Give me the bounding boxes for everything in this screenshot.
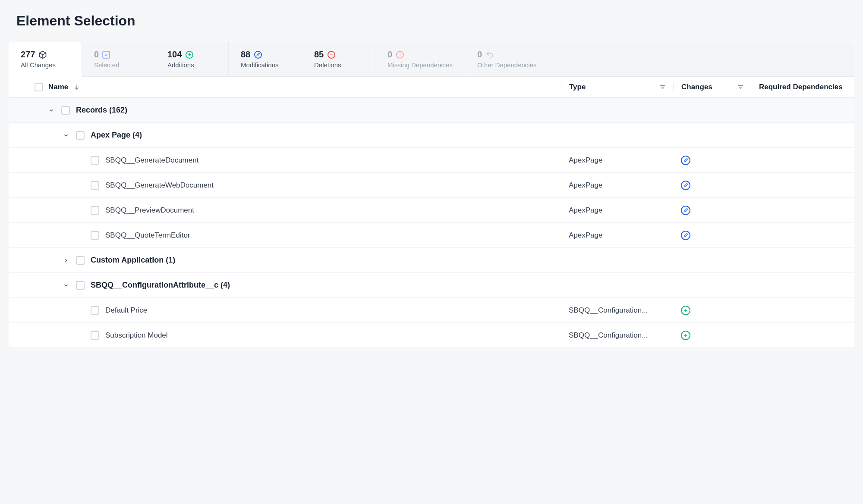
row-checkbox[interactable] xyxy=(91,231,99,240)
table-row[interactable]: Subscription ModelSBQQ__Configuration... xyxy=(9,323,854,348)
table-row[interactable]: SBQQ__PreviewDocumentApexPage xyxy=(9,198,854,223)
item-name: SBQQ__PreviewDocument xyxy=(105,206,194,215)
tab-count: 0 xyxy=(387,50,392,59)
column-dependencies[interactable]: Required Dependencies xyxy=(759,83,843,91)
column-changes[interactable]: Changes xyxy=(681,83,712,91)
column-name[interactable]: Name xyxy=(48,83,68,91)
cube-icon xyxy=(38,50,47,59)
tab-modifications[interactable]: 88 Modifications xyxy=(229,42,302,76)
table-row[interactable]: SBQQ__QuoteTermEditorApexPage xyxy=(9,223,854,248)
item-type: SBQQ__Configuration... xyxy=(561,331,673,340)
plus-circle-icon: + xyxy=(185,50,194,59)
row-checkbox[interactable] xyxy=(61,106,70,115)
row-checkbox[interactable] xyxy=(91,181,99,190)
chevron-right-icon[interactable] xyxy=(62,257,70,263)
group-row-records[interactable]: Records (162) xyxy=(9,98,854,123)
tab-label: Other Dependencies xyxy=(477,61,537,69)
group-label: SBQQ__ConfigurationAttribute__c (4) xyxy=(91,281,230,290)
column-headers: Name Type Changes Required Dependencies xyxy=(9,77,854,98)
row-checkbox[interactable] xyxy=(91,156,99,165)
chevron-down-icon[interactable] xyxy=(47,107,55,113)
addition-icon xyxy=(681,331,690,340)
item-type: ApexPage xyxy=(561,156,673,165)
sort-arrow-icon[interactable] xyxy=(73,84,80,91)
item-name: Subscription Model xyxy=(105,331,168,340)
group-label: Apex Page (4) xyxy=(91,131,142,140)
tab-label: Additions xyxy=(167,61,216,69)
row-checkbox[interactable] xyxy=(76,281,85,290)
tab-label: Selected xyxy=(94,61,143,69)
tab-other-dependencies[interactable]: 0 Other Dependencies xyxy=(465,42,549,76)
minus-circle-icon: − xyxy=(327,50,336,59)
item-type: ApexPage xyxy=(561,206,673,215)
tab-count: 0 xyxy=(94,50,99,59)
filter-icon[interactable] xyxy=(737,84,744,91)
table-row[interactable]: SBQQ__GenerateWebDocumentApexPage xyxy=(9,173,854,198)
tab-additions[interactable]: 104 + Additions xyxy=(155,42,229,76)
group-label: Records (162) xyxy=(76,106,127,115)
group-row-apex-page[interactable]: Apex Page (4) xyxy=(9,123,854,148)
row-checkbox[interactable] xyxy=(91,306,99,315)
modification-icon xyxy=(681,156,690,165)
tab-label: All Changes xyxy=(21,61,69,69)
item-name: SBQQ__GenerateWebDocument xyxy=(105,181,214,190)
table-row[interactable]: SBQQ__GenerateDocumentApexPage xyxy=(9,148,854,173)
tab-label: Missing Dependencies xyxy=(387,61,453,69)
tab-label: Modifications xyxy=(241,61,290,69)
row-checkbox[interactable] xyxy=(76,131,85,140)
row-checkbox[interactable] xyxy=(91,206,99,215)
tab-count: 85 xyxy=(314,50,324,59)
tab-selected[interactable]: 0 Selected xyxy=(82,42,155,76)
tab-missing-dependencies[interactable]: 0 ! Missing Dependencies xyxy=(375,42,465,76)
chevron-down-icon[interactable] xyxy=(62,132,70,138)
tab-count: 88 xyxy=(241,50,250,59)
modification-icon xyxy=(681,181,690,190)
tab-count: 0 xyxy=(477,50,482,59)
tab-count: 277 xyxy=(21,50,35,59)
filter-icon[interactable] xyxy=(659,84,666,91)
item-type: ApexPage xyxy=(561,181,673,190)
check-square-icon xyxy=(102,51,110,59)
edit-circle-icon xyxy=(254,50,262,59)
row-checkbox[interactable] xyxy=(91,331,99,340)
column-type[interactable]: Type xyxy=(569,83,586,91)
modification-icon xyxy=(681,231,690,240)
item-name: SBQQ__GenerateDocument xyxy=(105,156,198,165)
group-row-config-attribute[interactable]: SBQQ__ConfigurationAttribute__c (4) xyxy=(9,273,854,298)
item-name: SBQQ__QuoteTermEditor xyxy=(105,231,190,240)
element-selection-panel: 277 All Changes 0 Selected 1 xyxy=(9,42,854,348)
item-name: Default Price xyxy=(105,306,147,315)
group-label: Custom Application (1) xyxy=(91,256,175,265)
modification-icon xyxy=(681,206,690,215)
alert-circle-icon: ! xyxy=(396,50,404,59)
chevron-down-icon[interactable] xyxy=(62,282,70,288)
tab-count: 104 xyxy=(167,50,182,59)
item-type: SBQQ__Configuration... xyxy=(561,306,673,315)
tabs-bar: 277 All Changes 0 Selected 1 xyxy=(9,42,854,77)
undo-icon xyxy=(485,50,494,59)
table-row[interactable]: Default PriceSBQQ__Configuration... xyxy=(9,298,854,323)
item-type: ApexPage xyxy=(561,231,673,240)
select-all-checkbox[interactable] xyxy=(35,83,43,91)
page-title: Element Selection xyxy=(16,13,854,29)
tab-all-changes[interactable]: 277 All Changes xyxy=(9,42,82,77)
group-row-custom-application[interactable]: Custom Application (1) xyxy=(9,248,854,273)
addition-icon xyxy=(681,306,690,315)
tab-deletions[interactable]: 85 − Deletions xyxy=(302,42,375,76)
tab-label: Deletions xyxy=(314,61,363,69)
row-checkbox[interactable] xyxy=(76,256,85,265)
